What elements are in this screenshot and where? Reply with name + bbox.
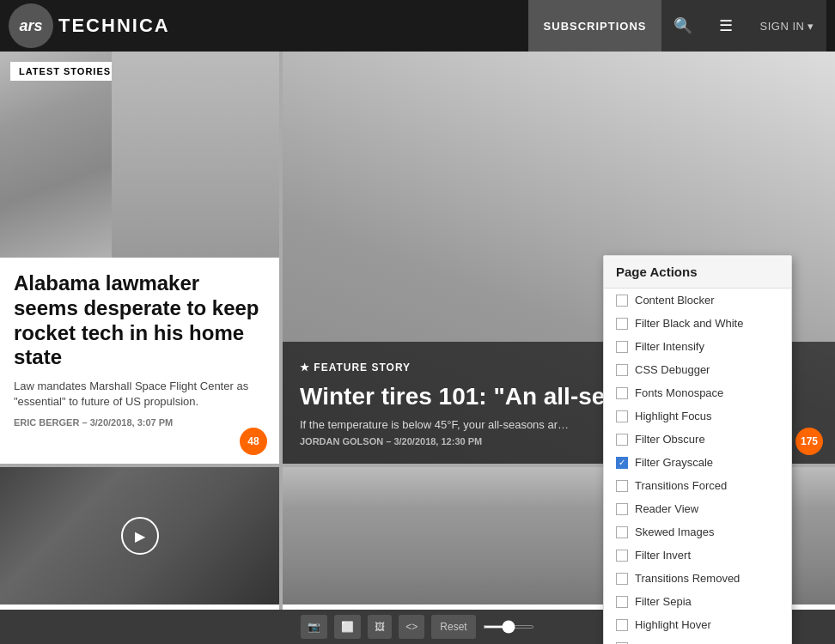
checkbox-filter-invert[interactable]: [616, 550, 628, 562]
checkbox-css-debugger[interactable]: [616, 364, 628, 376]
checkbox-filter-obscure[interactable]: [616, 434, 628, 446]
brand-name: TECHNICA: [58, 15, 170, 37]
card-1-comments[interactable]: 48: [240, 428, 267, 455]
card-1-author: ERIC BERGER – 3/20/2018, 3:07 PM: [14, 417, 265, 428]
page-actions-dropdown: Page Actions Content Blocker Filter Blac…: [603, 255, 792, 644]
card-2-comments[interactable]: 175: [795, 428, 823, 455]
dropdown-item-transitions-removed[interactable]: Transitions Removed: [604, 567, 791, 590]
checkbox-highlight-focus[interactable]: [616, 410, 628, 422]
dropdown-item-transitions-forced[interactable]: Transitions Forced: [604, 474, 791, 497]
toolbar-slider[interactable]: [483, 625, 534, 629]
toolbar-code-button[interactable]: <>: [399, 615, 424, 639]
play-button[interactable]: ▶: [121, 517, 159, 555]
toolbar-image-button[interactable]: 🖼: [368, 615, 392, 639]
logo-container: ars TECHNICA: [9, 3, 170, 48]
toolbar-slider-container: [483, 625, 534, 629]
card-1-body: Alabama lawmaker seems desperate to keep…: [0, 258, 279, 464]
card-3-image: ▶: [0, 467, 279, 605]
dropdown-item-fonts-mono[interactable]: Fonts Monospace: [604, 381, 791, 404]
checkbox-highlight-hover[interactable]: [616, 619, 628, 631]
subscriptions-button[interactable]: SUBSCRIPTIONS: [528, 0, 662, 52]
checkbox-filter-sepia[interactable]: [616, 596, 628, 608]
card-1-title: Alabama lawmaker seems desperate to keep…: [14, 271, 265, 370]
menu-button[interactable]: ☰: [704, 0, 747, 52]
dropdown-item-transform-3d[interactable]: Transform 3D: [604, 636, 791, 644]
dropdown-item-filter-intensify[interactable]: Filter Intensify: [604, 335, 791, 358]
dropdown-item-filter-bw[interactable]: Filter Black and White: [604, 312, 791, 335]
dropdown-item-filter-obscure[interactable]: Filter Obscure: [604, 428, 791, 451]
checkbox-reader-view[interactable]: [616, 503, 628, 515]
dropdown-item-highlight-focus[interactable]: Highlight Focus: [604, 404, 791, 428]
checkbox-skewed-images[interactable]: [616, 526, 628, 538]
dropdown-item-filter-invert[interactable]: Filter Invert: [604, 544, 791, 567]
search-button[interactable]: 🔍: [661, 0, 704, 52]
toolbar-reset-button[interactable]: Reset: [431, 615, 475, 639]
dropdown-item-skewed-images[interactable]: Skewed Images: [604, 520, 791, 544]
latest-stories-badge: LATEST STORIES →: [10, 62, 133, 81]
dropdown-item-css-debugger[interactable]: CSS Debugger: [604, 358, 791, 381]
checkbox-filter-grayscale[interactable]: ✓: [616, 457, 628, 469]
checkbox-transitions-forced[interactable]: [616, 480, 628, 492]
dropdown-item-filter-grayscale[interactable]: ✓ Filter Grayscale: [604, 451, 791, 474]
header: ars TECHNICA SUBSCRIPTIONS 🔍 ☰ SIGN IN ▾: [0, 0, 835, 52]
header-actions: SUBSCRIPTIONS 🔍 ☰ SIGN IN ▾: [528, 0, 826, 52]
checkbox-content-blocker[interactable]: [616, 295, 628, 307]
toolbar-camera-button[interactable]: 📷: [301, 615, 327, 639]
checkbox-transitions-removed[interactable]: [616, 573, 628, 585]
dropdown-item-highlight-hover[interactable]: Highlight Hover: [604, 613, 791, 636]
dropdown-item-filter-sepia[interactable]: Filter Sepia: [604, 590, 791, 613]
feature-story-badge: ★ FEATURE STORY: [300, 361, 411, 374]
logo-icon: ars: [9, 3, 53, 48]
toolbar-screen-button[interactable]: ⬜: [334, 615, 361, 639]
card-latest-stories: LATEST STORIES → Alabama lawmaker seems …: [0, 52, 279, 464]
card-1-image: LATEST STORIES →: [0, 52, 279, 258]
checkbox-filter-bw[interactable]: [616, 318, 628, 330]
card-1-desc: Law mandates Marshall Space Flight Cente…: [14, 379, 265, 410]
dropdown-item-content-blocker[interactable]: Content Blocker: [604, 289, 791, 312]
sign-in-button[interactable]: SIGN IN ▾: [747, 0, 826, 52]
dropdown-item-reader-view[interactable]: Reader View: [604, 497, 791, 520]
dropdown-header: Page Actions: [604, 256, 791, 289]
checkbox-filter-intensify[interactable]: [616, 341, 628, 353]
checkbox-fonts-mono[interactable]: [616, 387, 628, 399]
